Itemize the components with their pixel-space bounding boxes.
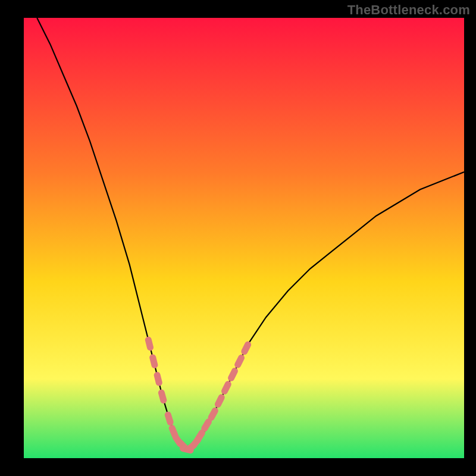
plot-area [24, 18, 464, 458]
watermark-text: TheBottleneck.com [347, 2, 470, 18]
bottleneck-chart [24, 18, 464, 458]
chart-frame: TheBottleneck.com [0, 0, 476, 476]
gradient-background [24, 18, 464, 458]
